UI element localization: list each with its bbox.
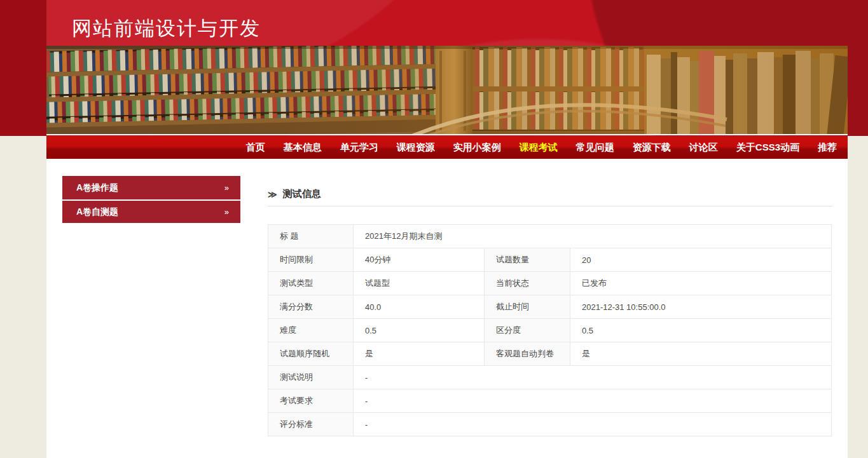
field-value-cell: 2021-12-31 10:55:00.0 bbox=[570, 295, 832, 319]
field-value-cell: 0.5 bbox=[570, 319, 832, 342]
field-value-cell: - bbox=[354, 389, 832, 413]
nav-item-downloads[interactable]: 资源下载 bbox=[633, 142, 671, 154]
section-title: ≫ 测试信息 bbox=[268, 176, 832, 200]
field-value-cell: 试题型 bbox=[354, 272, 485, 295]
page-header: 网站前端设计与开发 bbox=[0, 0, 868, 136]
nav-item-faq[interactable]: 常见问题 bbox=[576, 142, 614, 154]
sidebar-item-label: A卷自测题 bbox=[76, 206, 118, 218]
left-red-strip bbox=[0, 0, 46, 136]
field-label-cell: 截止时间 bbox=[485, 295, 570, 319]
section-marker-icon: ≫ bbox=[268, 189, 277, 199]
field-label-cell: 难度 bbox=[268, 319, 354, 342]
table-row: 测试类型 试题型 当前状态 已发布 bbox=[268, 272, 832, 295]
field-label-cell: 试题顺序随机 bbox=[268, 342, 354, 366]
field-label-cell: 考试要求 bbox=[268, 389, 354, 413]
field-label-cell: 标 题 bbox=[268, 225, 354, 248]
field-label-cell: 测试类型 bbox=[268, 272, 354, 295]
double-chevron-icon: » bbox=[224, 207, 228, 217]
field-value-cell: 0.5 bbox=[354, 319, 485, 342]
field-label-cell: 满分分数 bbox=[268, 295, 354, 319]
field-value-cell: 已发布 bbox=[570, 272, 832, 295]
banner-image bbox=[46, 46, 848, 135]
section-divider bbox=[268, 206, 832, 206]
table-row: 评分标准 - bbox=[268, 413, 832, 436]
sidebar-item-a-paper-selftest[interactable]: A卷自测题 » bbox=[62, 199, 240, 223]
table-row: 考试要求 - bbox=[268, 389, 832, 413]
field-label-cell: 时间限制 bbox=[268, 248, 354, 272]
nav-item-unit-study[interactable]: 单元学习 bbox=[340, 142, 378, 154]
field-value-cell: 是 bbox=[570, 342, 832, 366]
test-info-table: 标 题 2021年12月期末自测 时间限制 40分钟 试题数量 20 测试类型 … bbox=[268, 224, 832, 436]
field-value-cell: 20 bbox=[570, 248, 832, 272]
table-row: 时间限制 40分钟 试题数量 20 bbox=[268, 248, 832, 272]
field-label-cell: 评分标准 bbox=[268, 413, 354, 436]
sidebar-item-a-paper-operation[interactable]: A卷操作题 » bbox=[62, 176, 240, 199]
nav-item-recommend[interactable]: 推荐 bbox=[818, 142, 837, 154]
nav-item-cases[interactable]: 实用小案例 bbox=[453, 142, 501, 154]
nav-item-home[interactable]: 首页 bbox=[246, 142, 265, 154]
field-label-cell: 试题数量 bbox=[485, 248, 570, 272]
field-label-cell: 客观题自动判卷 bbox=[485, 342, 570, 366]
sidebar-item-label: A卷操作题 bbox=[76, 182, 118, 194]
field-label-cell: 当前状态 bbox=[485, 272, 570, 295]
field-value-cell: 2021年12月期末自测 bbox=[354, 225, 832, 248]
main-navigation: 首页 基本信息 单元学习 课程资源 实用小案例 课程考试 常见问题 资源下载 讨… bbox=[46, 136, 848, 159]
nav-item-css3-anim[interactable]: 关于CSS3动画 bbox=[736, 142, 799, 154]
nav-item-forum[interactable]: 讨论区 bbox=[689, 142, 718, 154]
table-row: 试题顺序随机 是 客观题自动判卷 是 bbox=[268, 342, 832, 366]
test-info-section: ≫ 测试信息 标 题 2021年12月期末自测 时间限制 40分钟 试题数量 2… bbox=[268, 176, 832, 436]
table-row: 难度 0.5 区分度 0.5 bbox=[268, 319, 832, 342]
field-label-cell: 测试说明 bbox=[268, 366, 354, 389]
sidebar-menu: A卷操作题 » A卷自测题 » bbox=[62, 176, 240, 223]
nav-item-basic-info[interactable]: 基本信息 bbox=[284, 142, 322, 154]
field-value-cell: 是 bbox=[354, 342, 485, 366]
double-chevron-icon: » bbox=[224, 183, 228, 192]
field-value-cell: - bbox=[354, 366, 832, 389]
main-content-area: A卷操作题 » A卷自测题 » ≫ 测试信息 标 题 2021年12月期末自测 … bbox=[46, 159, 848, 458]
section-title-text: 测试信息 bbox=[283, 188, 321, 200]
field-value-cell: - bbox=[354, 413, 832, 436]
field-label-cell: 区分度 bbox=[485, 319, 570, 342]
field-value-cell: 40分钟 bbox=[354, 248, 485, 272]
library-banner-graphic bbox=[46, 46, 848, 135]
table-row: 满分分数 40.0 截止时间 2021-12-31 10:55:00.0 bbox=[268, 295, 832, 319]
field-value-cell: 40.0 bbox=[354, 295, 485, 319]
table-row: 标 题 2021年12月期末自测 bbox=[268, 225, 832, 248]
nav-item-course-exam[interactable]: 课程考试 bbox=[520, 142, 558, 154]
site-title: 网站前端设计与开发 bbox=[72, 15, 261, 42]
nav-item-resources[interactable]: 课程资源 bbox=[397, 142, 435, 154]
table-row: 测试说明 - bbox=[268, 366, 832, 389]
